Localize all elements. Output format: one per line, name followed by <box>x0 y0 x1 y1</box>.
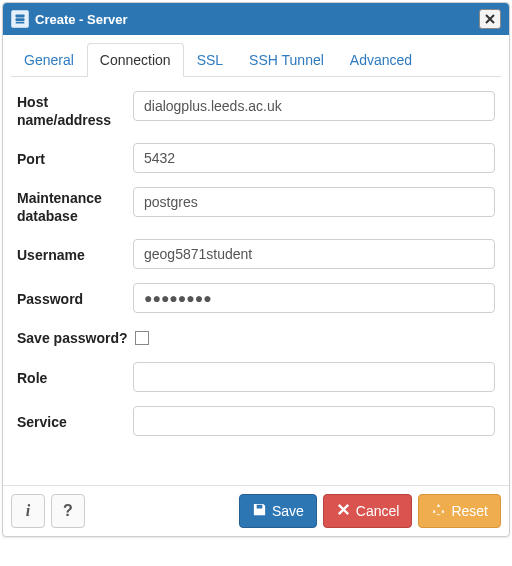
help-icon: ? <box>63 502 73 520</box>
reset-button-label: Reset <box>451 503 488 519</box>
maintenance-db-input[interactable] <box>133 187 495 217</box>
username-input[interactable] <box>133 239 495 269</box>
dialog-title: Create - Server <box>35 12 479 27</box>
server-icon <box>11 10 29 28</box>
save-button-label: Save <box>272 503 304 519</box>
port-label: Port <box>17 148 133 169</box>
tab-ssh-tunnel[interactable]: SSH Tunnel <box>236 43 337 77</box>
maintenance-db-label: Maintenance database <box>17 187 133 225</box>
svg-rect-0 <box>16 15 25 18</box>
dialog-footer: i ? Save Cancel Reset <box>3 485 509 536</box>
close-icon <box>336 502 351 520</box>
port-input[interactable] <box>133 143 495 173</box>
connection-form: Host name/address Port Maintenance datab… <box>11 83 501 479</box>
info-button[interactable]: i <box>11 494 45 528</box>
titlebar: Create - Server <box>3 3 509 35</box>
password-input[interactable] <box>133 283 495 313</box>
host-label: Host name/address <box>17 91 133 129</box>
username-label: Username <box>17 244 133 265</box>
save-password-checkbox[interactable] <box>135 331 149 345</box>
tab-general[interactable]: General <box>11 43 87 77</box>
create-server-dialog: Create - Server General Connection SSL S… <box>2 2 510 537</box>
host-input[interactable] <box>133 91 495 121</box>
dialog-body: General Connection SSL SSH Tunnel Advanc… <box>3 35 509 485</box>
save-icon <box>252 502 267 520</box>
role-label: Role <box>17 367 133 388</box>
service-input[interactable] <box>133 406 495 436</box>
tab-connection[interactable]: Connection <box>87 43 184 77</box>
recycle-icon <box>431 502 446 520</box>
cancel-button-label: Cancel <box>356 503 400 519</box>
svg-rect-1 <box>16 18 25 21</box>
password-label: Password <box>17 288 133 309</box>
info-icon: i <box>26 502 30 520</box>
reset-button[interactable]: Reset <box>418 494 501 528</box>
close-button[interactable] <box>479 9 501 29</box>
tab-advanced[interactable]: Advanced <box>337 43 425 77</box>
service-label: Service <box>17 411 133 432</box>
tab-ssl[interactable]: SSL <box>184 43 236 77</box>
tab-bar: General Connection SSL SSH Tunnel Advanc… <box>11 43 501 77</box>
save-password-label: Save password? <box>17 327 133 348</box>
svg-rect-2 <box>16 22 25 24</box>
cancel-button[interactable]: Cancel <box>323 494 413 528</box>
help-button[interactable]: ? <box>51 494 85 528</box>
role-input[interactable] <box>133 362 495 392</box>
save-button[interactable]: Save <box>239 494 317 528</box>
